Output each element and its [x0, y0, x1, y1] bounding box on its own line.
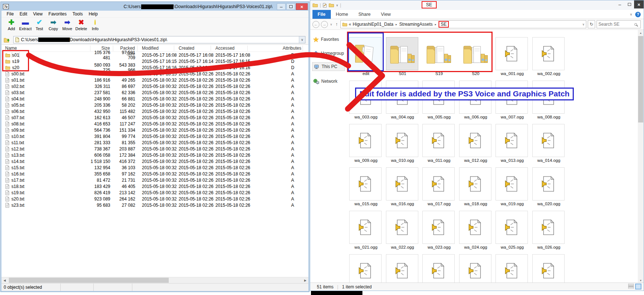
copy-button[interactable]: ➡Copy	[46, 18, 60, 31]
column-attributes[interactable]: Attributes	[248, 46, 303, 51]
file-item-wa_009.ogg[interactable]: wa_009.ogg	[348, 124, 383, 163]
archive-row-s05.txt[interactable]: s05.txt205 33658 2022015-05-18 00:322015…	[1, 102, 308, 108]
file-item-wa_016.ogg[interactable]: wa_016.ogg	[385, 167, 420, 206]
scrollbar-thumb[interactable]	[9, 278, 169, 283]
archive-row-s20[interactable]: s20580 093 725543 383 9662015-05-17 16:1…	[1, 64, 308, 71]
file-item[interactable]	[348, 254, 383, 283]
sidebar-item-favorites[interactable]: Favorites	[313, 35, 339, 44]
archive-row-s01.txt[interactable]: s01.txt186 91649 2652015-05-18 00:322015…	[1, 77, 308, 83]
menu-file[interactable]: File	[4, 11, 17, 17]
sidebar-item-network[interactable]: Network	[313, 77, 337, 86]
file-item[interactable]	[532, 254, 566, 283]
delete-button[interactable]: ✖Delete	[74, 18, 88, 31]
archive-row-s02.txt[interactable]: s02.txt326 31186 6972015-05-18 00:322015…	[1, 83, 308, 89]
column-modified[interactable]: Modified	[137, 46, 174, 51]
ribbon-expand-icon[interactable]: ∨	[630, 13, 632, 16]
tab-view[interactable]: View	[376, 10, 396, 19]
horizontal-scrollbar[interactable]: ◀ ▶	[1, 277, 308, 283]
file-item-wa_012.ogg[interactable]: wa_012.ogg	[458, 124, 493, 163]
menu-favorites[interactable]: Favorites	[46, 11, 69, 17]
file-item-wa_001.ogg[interactable]: wa_001.ogg	[495, 37, 530, 76]
test-button[interactable]: ✔Test	[32, 18, 46, 31]
archive-row-s12.txt[interactable]: s12.txt738 367203 8872015-05-18 00:32201…	[1, 146, 308, 152]
archive-row-s15.txt[interactable]: s15.txt132 95436 1032015-05-18 00:322015…	[1, 164, 308, 171]
new-folder-icon[interactable]	[329, 3, 334, 7]
tab-home[interactable]: Home	[331, 10, 353, 19]
back-button[interactable]: ←	[312, 21, 319, 28]
explorer-titlebar[interactable]: | ∨ | SE – ×	[310, 0, 644, 10]
column-accessed[interactable]: Accessed	[211, 46, 248, 51]
archive-row-s10.txt[interactable]: s10.txt391 80499 7742015-05-18 00:322015…	[1, 133, 308, 139]
file-item-wa_025.ogg[interactable]: wa_025.ogg	[495, 211, 530, 249]
history-dropdown-icon[interactable]: ∨	[329, 23, 333, 26]
7zip-titlebar[interactable]: 7z C:\Users\Downloads\Higurashi\Higurash…	[1, 3, 308, 11]
file-item-wa_018.ogg[interactable]: wa_018.ogg	[458, 167, 493, 206]
address-dropdown-icon[interactable]: ∨	[582, 23, 584, 26]
info-button[interactable]: iInfo	[88, 18, 102, 31]
file-item-wa_013.ogg[interactable]: wa_013.ogg	[495, 124, 530, 163]
archive-row-s16.txt[interactable]: s16.txt355 65897 1622015-05-18 00:322015…	[1, 171, 308, 177]
search-input[interactable]	[598, 22, 634, 27]
menu-tools[interactable]: Tools	[69, 11, 86, 17]
sidebar-item-this-pc[interactable]: This PC	[312, 62, 345, 71]
file-item-wa_020.ogg[interactable]: wa_020.ogg	[532, 167, 566, 206]
archive-row-s13.txt[interactable]: s13.txt606 058172 3842015-05-18 00:32201…	[1, 152, 308, 158]
close-button[interactable]: ×	[634, 0, 644, 8]
tab-share[interactable]: Share	[353, 10, 376, 19]
move-button[interactable]: ➡Move	[60, 18, 74, 31]
file-item[interactable]	[495, 254, 530, 283]
breadcrumb[interactable]: « HigurashiEp01_Data ▸ StreamingAssets ▸…	[340, 20, 586, 28]
scrollbar-thumb[interactable]	[638, 36, 643, 122]
file-item-wa_010.ogg[interactable]: wa_010.ogg	[385, 124, 420, 163]
archive-row-s07.txt[interactable]: s07.txt162 61346 5072015-05-18 00:322015…	[1, 114, 308, 121]
file-item-wa_011.ogg[interactable]: wa_011.ogg	[422, 124, 457, 163]
scroll-right-icon[interactable]: ▶	[302, 277, 308, 283]
breadcrumb-ellipsis[interactable]: «	[349, 22, 351, 27]
file-item-wa_014.ogg[interactable]: wa_014.ogg	[532, 124, 566, 163]
file-item[interactable]	[458, 254, 493, 283]
menu-edit[interactable]: Edit	[17, 11, 30, 17]
close-button[interactable]: ×	[296, 3, 308, 10]
search-icon[interactable]	[634, 23, 637, 26]
minimize-button[interactable]: –	[615, 0, 625, 8]
maximize-button[interactable]	[286, 3, 295, 10]
menu-view[interactable]: View	[30, 11, 46, 17]
archive-row-s11.txt[interactable]: s11.txt281 33381 3552015-05-18 00:322015…	[1, 139, 308, 146]
archive-row-s01[interactable]: s01105 376 48197 591 7092015-05-17 16:08…	[1, 52, 308, 58]
file-item-wa_026.ogg[interactable]: wa_026.ogg	[532, 211, 566, 249]
minimize-button[interactable]: –	[277, 3, 286, 10]
archive-path-input[interactable]: C:\UsersDownloads\Higurashi\HigurashiPS3…	[13, 36, 305, 43]
vertical-scrollbar[interactable]: ▲ ▼	[638, 30, 644, 283]
thumbnail-view-icon[interactable]	[635, 284, 641, 289]
file-item-wa_015.ogg[interactable]: wa_015.ogg	[348, 167, 383, 206]
qat-dropdown-icon[interactable]: ∨	[336, 4, 338, 7]
sidebar-item-homegroup[interactable]: Homegroup	[313, 49, 344, 58]
refresh-button[interactable]: ↻	[588, 20, 595, 28]
help-icon[interactable]: ?	[635, 12, 641, 17]
breadcrumb-item-data[interactable]: HigurashiEp01_Data	[353, 22, 394, 27]
file-item-wa_019.ogg[interactable]: wa_019.ogg	[495, 167, 530, 206]
archive-row-s19.txt[interactable]: s19.txt826 419213 1422015-05-18 00:32201…	[1, 189, 308, 196]
scroll-up-icon[interactable]: ▲	[638, 30, 644, 36]
tab-file[interactable]: File	[312, 10, 331, 19]
archive-row-s08.txt[interactable]: s08.txt416 653117 2472015-05-18 00:32201…	[1, 121, 308, 127]
archive-row-s18.txt[interactable]: s18.txt183 42946 4052015-05-18 00:322015…	[1, 183, 308, 189]
file-item-wa_023.ogg[interactable]: wa_023.ogg	[422, 211, 457, 249]
menu-help[interactable]: Help	[86, 11, 101, 17]
properties-icon[interactable]	[323, 3, 327, 8]
file-item-wa_022.ogg[interactable]: wa_022.ogg	[385, 211, 420, 249]
add-button[interactable]: ✚Add	[4, 18, 18, 31]
up-button[interactable]: ↑	[334, 22, 339, 27]
archive-row-s23.txt[interactable]: s23.txt95 68327 0822015-05-18 00:322015-…	[1, 202, 308, 208]
archive-row-s04.txt[interactable]: s04.txt248 90066 8812015-05-18 00:322015…	[1, 96, 308, 102]
column-created[interactable]: Created	[174, 46, 211, 51]
file-item-wa_002.ogg[interactable]: wa_002.ogg	[532, 37, 566, 76]
archive-row-s03.txt[interactable]: s03.txt237 58162 3362015-05-18 00:322015…	[1, 89, 308, 96]
file-item[interactable]	[422, 254, 457, 283]
path-dropdown-caret[interactable]: ∨	[299, 36, 305, 43]
archive-row-s00.txt[interactable]: s00.txt29 6881 5612015-05-17 18:152015-0…	[1, 71, 308, 77]
archive-row-s17.txt[interactable]: s17.txt81 47221 7312015-05-18 00:322015-…	[1, 177, 308, 183]
archive-row-s14.txt[interactable]: s14.txt1 518 150416 3722015-05-18 00:322…	[1, 158, 308, 164]
details-view-icon[interactable]	[628, 284, 634, 289]
maximize-button[interactable]	[625, 0, 634, 8]
